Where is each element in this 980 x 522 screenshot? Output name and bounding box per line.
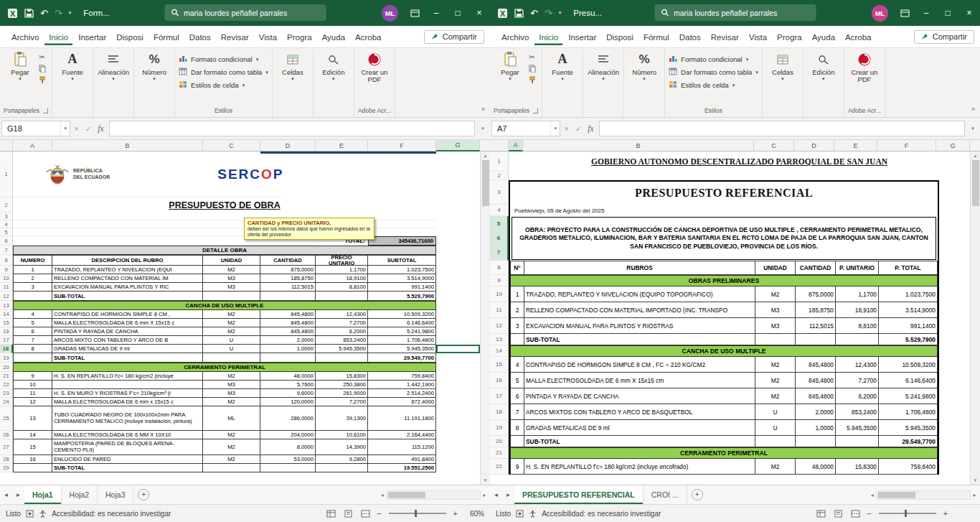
- item-unit[interactable]: U: [203, 336, 260, 345]
- excel-app-icon[interactable]: X: [7, 8, 18, 19]
- scroll-down-icon[interactable]: ▼: [484, 476, 488, 485]
- undo-icon[interactable]: ↶: [40, 9, 48, 18]
- row-header[interactable]: 16: [490, 373, 509, 388]
- item-unit-price[interactable]: 7,2700: [316, 398, 368, 406]
- item-unit-price[interactable]: 5.945,3500: [316, 345, 368, 353]
- item-number[interactable]: 9: [510, 459, 524, 475]
- sheet-nav-left-icon[interactable]: ◄: [0, 485, 12, 504]
- item-subtotal[interactable]: 3.514,9000: [879, 302, 938, 318]
- presupuesto-referencial-title[interactable]: PRESUPUESTO REFERENCIAL: [510, 182, 938, 205]
- tab-ayuda[interactable]: Ayuda: [318, 29, 349, 45]
- row-header[interactable]: 21: [490, 447, 509, 459]
- row-header[interactable]: 14: [490, 345, 509, 357]
- item-unit[interactable]: U: [755, 404, 796, 420]
- row-header[interactable]: 6: [0, 236, 13, 246]
- subtotal-value[interactable]: 29.549,7700: [368, 353, 436, 363]
- item-subtotal[interactable]: 1.706,4800: [368, 336, 436, 345]
- item-number[interactable]: 11: [13, 389, 52, 398]
- item-subtotal[interactable]: 5.945,3500: [879, 420, 938, 436]
- section-header[interactable]: OBRAS PRELIMINARES: [510, 275, 938, 286]
- item-subtotal[interactable]: 1.023,7500: [879, 286, 938, 302]
- row-header[interactable]: 15: [490, 357, 509, 373]
- zoom-out-button[interactable]: −: [377, 509, 381, 518]
- item-unit-price[interactable]: 1,1700: [836, 286, 879, 302]
- cell[interactable]: [316, 464, 368, 472]
- formula-input[interactable]: [599, 121, 965, 136]
- row-header[interactable]: 29: [0, 464, 13, 472]
- table-column-header[interactable]: P. UNITARIO: [836, 261, 879, 275]
- item-quantity[interactable]: 9,6000: [260, 389, 316, 398]
- insert-function-icon[interactable]: fx: [585, 124, 597, 133]
- vertical-scrollbar-thumb[interactable]: [972, 160, 979, 206]
- item-unit-price[interactable]: 6,2000: [316, 327, 368, 336]
- item-unit[interactable]: M2: [203, 439, 260, 455]
- close-button[interactable]: ×: [468, 0, 490, 26]
- table-column-header[interactable]: NUMERO: [13, 255, 52, 266]
- item-number[interactable]: 7: [510, 404, 524, 420]
- cell[interactable]: [203, 353, 260, 363]
- subtotal-label[interactable]: SUB-TOTAL: [52, 464, 203, 472]
- celdas-button[interactable]: Celdas ▾: [276, 51, 309, 80]
- item-unit[interactable]: M3: [203, 381, 260, 389]
- cut-icon[interactable]: ✂: [39, 53, 46, 61]
- item-description[interactable]: PINTADA Y RAYADA DE CANCHA: [52, 327, 203, 336]
- row-header[interactable]: 13: [490, 334, 509, 345]
- item-unit-price[interactable]: 18,9100: [836, 302, 879, 318]
- conditional-formatting-button[interactable]: Formato condicional ▾: [179, 55, 268, 64]
- item-description[interactable]: ENLUCIDO DE PARED: [52, 455, 203, 464]
- enter-icon[interactable]: ✓: [573, 124, 585, 133]
- share-button[interactable]: Compartir: [914, 30, 974, 44]
- create-pdf-button[interactable]: Crear un PDF: [358, 51, 391, 84]
- row-header[interactable]: 1: [0, 152, 13, 197]
- cell[interactable]: [755, 334, 796, 345]
- tab-datos[interactable]: Datos: [675, 29, 705, 45]
- item-quantity[interactable]: 845,4800: [796, 373, 836, 388]
- column-header-D[interactable]: D: [260, 140, 316, 152]
- row-header[interactable]: 9: [0, 266, 13, 274]
- item-description[interactable]: MALLA ELECTROSOLDADA DE 6 MM X 10X10: [52, 431, 203, 439]
- item-subtotal[interactable]: 759,8400: [879, 459, 938, 475]
- empty-cells[interactable]: [509, 172, 936, 180]
- item-quantity[interactable]: 185,8750: [796, 302, 836, 318]
- row-header[interactable]: 3: [0, 213, 13, 220]
- grid[interactable]: 1REPÚBLICADEL ECUADORSERCOP2PRESUPUESTO …: [0, 152, 480, 485]
- close-button[interactable]: ×: [958, 0, 980, 26]
- row-header[interactable]: 4: [0, 220, 13, 228]
- cell[interactable]: [203, 292, 260, 301]
- insert-function-icon[interactable]: fx: [95, 124, 107, 133]
- column-header-G[interactable]: G: [936, 140, 970, 152]
- row-header[interactable]: 10: [490, 286, 509, 302]
- item-subtotal[interactable]: 1.706,4800: [879, 404, 938, 420]
- sheet-tab[interactable]: PRESUPUESTO REFERENCIAL: [514, 485, 644, 504]
- item-description[interactable]: MALLA ELECTROSOLDADA DE 6 mm X 15x15 c: [52, 319, 203, 327]
- item-subtotal[interactable]: 115,1200: [368, 439, 436, 455]
- row-header[interactable]: 17: [0, 336, 13, 345]
- paste-button[interactable]: Pegar ▾: [494, 51, 527, 84]
- scroll-up-icon[interactable]: ▲: [974, 152, 978, 160]
- item-quantity[interactable]: 48,0000: [260, 372, 316, 381]
- subtotal-label[interactable]: SUB-TOTAL: [52, 292, 203, 301]
- item-number[interactable]: 12: [13, 398, 52, 406]
- item-description[interactable]: H. S. EN MURO Y RIOSTRAS F'c= 210kg/cm³ …: [52, 389, 203, 398]
- search-box[interactable]: maria lourdes peñafiel parrales: [164, 4, 326, 21]
- item-unit[interactable]: M2: [755, 373, 796, 388]
- item-unit[interactable]: M2: [755, 286, 796, 302]
- dialog-launcher-icon[interactable]: [43, 108, 48, 113]
- item-description[interactable]: EXCAVACION MANUAL PARA PLINTOS Y RIOSTRA…: [524, 318, 755, 334]
- cell[interactable]: [510, 436, 524, 447]
- item-quantity[interactable]: 5,7600: [260, 381, 316, 389]
- row-header[interactable]: 19: [0, 353, 13, 363]
- worksheet-title[interactable]: PRESUPUESTO DE OBRA: [13, 197, 436, 213]
- row-header[interactable]: 11: [0, 283, 13, 292]
- scroll-right-icon[interactable]: ►: [482, 493, 487, 498]
- table-column-header[interactable]: PRECIO UNITARIO: [316, 255, 368, 266]
- item-number[interactable]: 8: [13, 345, 52, 353]
- item-unit-price[interactable]: 14,3900: [316, 439, 368, 455]
- item-unit[interactable]: M2: [203, 372, 260, 381]
- item-number[interactable]: 3: [510, 318, 524, 334]
- zoom-slider[interactable]: [879, 513, 936, 514]
- item-unit[interactable]: M2: [203, 319, 260, 327]
- enter-icon[interactable]: ✓: [83, 124, 95, 133]
- item-subtotal[interactable]: 759,8400: [368, 372, 436, 381]
- cell[interactable]: [836, 334, 879, 345]
